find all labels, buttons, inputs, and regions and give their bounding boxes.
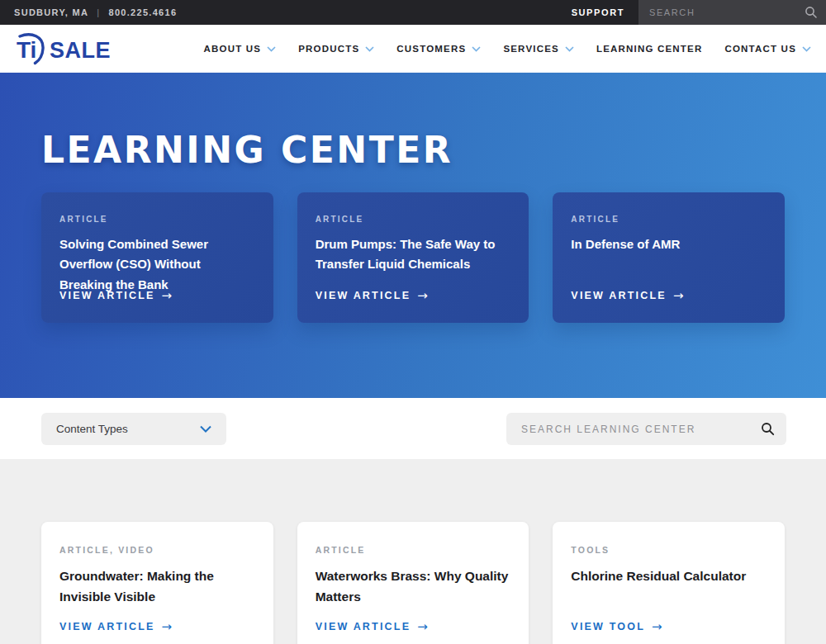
nav-label: CONTACT US — [724, 44, 796, 54]
cta-label: VIEW ARTICLE — [59, 621, 155, 632]
nav-item-contact-us[interactable]: CONTACT US — [724, 44, 811, 54]
view-article-link[interactable]: VIEW ARTICLE → — [316, 619, 430, 634]
hero-section: LEARNING CENTER ARTICLE Solving Combined… — [0, 73, 826, 398]
ti-sales-logo[interactable]: Ti SALES — [10, 31, 111, 66]
view-article-link[interactable]: VIEW ARTICLE → — [59, 288, 173, 303]
result-cards: ARTICLE, VIDEO Groundwater: Making the I… — [41, 522, 785, 644]
card-title: Solving Combined Sewer Overflow (CSO) Wi… — [59, 234, 255, 295]
view-article-link[interactable]: VIEW ARTICLE → — [59, 619, 173, 634]
cta-label: VIEW ARTICLE — [59, 290, 155, 301]
nav-label: LEARNING CENTER — [596, 44, 703, 54]
nav-item-about-us[interactable]: ABOUT US — [204, 44, 277, 54]
result-card-waterworks-brass[interactable]: ARTICLE Waterworks Brass: Why Quality Ma… — [297, 522, 529, 644]
card-title: Groundwater: Making the Invisible Visibl… — [59, 566, 255, 607]
top-utility-bar: SUDBURY, MA | 800.225.4616 SUPPORT — [0, 0, 826, 25]
chevron-down-icon — [200, 425, 211, 433]
result-card-chlorine-calculator[interactable]: TOOLS Chlorine Residual Calculator VIEW … — [553, 522, 785, 644]
featured-cards: ARTICLE Solving Combined Sewer Overflow … — [41, 192, 785, 323]
result-card-groundwater[interactable]: ARTICLE, VIDEO Groundwater: Making the I… — [41, 522, 273, 644]
view-tool-link[interactable]: VIEW TOOL → — [571, 619, 664, 634]
nav-item-learning-center[interactable]: LEARNING CENTER — [596, 44, 703, 54]
nav-item-customers[interactable]: CUSTOMERS — [396, 44, 481, 54]
search-icon — [761, 422, 775, 436]
separator: | — [97, 7, 100, 17]
learning-center-search-input[interactable] — [506, 424, 756, 435]
card-title: In Defense of AMR — [571, 234, 767, 254]
nav-menu: ABOUT US PRODUCTS CUSTOMERS SERVICES LEA… — [204, 44, 812, 54]
search-submit-button[interactable] — [756, 422, 786, 436]
chevron-down-icon — [472, 46, 481, 52]
chevron-down-icon — [565, 46, 574, 52]
nav-label: CUSTOMERS — [396, 44, 466, 54]
chevron-down-icon — [365, 46, 374, 52]
search-icon[interactable] — [805, 6, 818, 19]
contact-info: SUDBURY, MA | 800.225.4616 — [0, 7, 177, 17]
featured-card-drum-pumps[interactable]: ARTICLE Drum Pumps: The Safe Way to Tran… — [297, 192, 529, 323]
site-search — [638, 0, 826, 25]
cta-label: VIEW ARTICLE — [571, 290, 667, 301]
featured-card-amr[interactable]: ARTICLE In Defense of AMR VIEW ARTICLE → — [553, 192, 785, 323]
logo-ti-text: Ti — [17, 37, 36, 63]
content-types-label: Content Types — [56, 423, 128, 435]
nav-label: SERVICES — [503, 44, 559, 54]
location-text: SUDBURY, MA — [14, 7, 88, 17]
arrow-right-icon: → — [673, 288, 686, 303]
nav-label: ABOUT US — [204, 44, 262, 54]
card-tag: ARTICLE — [316, 545, 511, 555]
chevron-down-icon — [267, 46, 276, 52]
cta-label: VIEW ARTICLE — [316, 290, 411, 301]
results-section: ARTICLE, VIDEO Groundwater: Making the I… — [0, 459, 826, 644]
learning-center-search — [506, 413, 786, 445]
arrow-right-icon: → — [652, 619, 664, 634]
site-search-input[interactable] — [638, 7, 787, 17]
learning-center-page: SUDBURY, MA | 800.225.4616 SUPPORT Ti SA… — [0, 0, 826, 644]
featured-card-cso[interactable]: ARTICLE Solving Combined Sewer Overflow … — [41, 192, 273, 323]
logo-sales-text: SALES — [50, 38, 111, 63]
card-tag: TOOLS — [571, 545, 767, 555]
nav-item-services[interactable]: SERVICES — [503, 44, 574, 54]
card-title: Drum Pumps: The Safe Way to Transfer Liq… — [316, 234, 511, 275]
topbar-right: SUPPORT — [572, 0, 826, 25]
arrow-right-icon: → — [162, 288, 174, 303]
nav-label: PRODUCTS — [298, 44, 359, 54]
view-article-link[interactable]: VIEW ARTICLE → — [316, 288, 430, 303]
card-tag: ARTICLE — [316, 215, 511, 224]
card-tag: ARTICLE — [571, 215, 767, 224]
card-title: Chlorine Residual Calculator — [571, 566, 767, 586]
card-title: Waterworks Brass: Why Quality Matters — [316, 566, 511, 607]
filter-bar: Content Types — [0, 398, 826, 459]
cta-label: VIEW ARTICLE — [316, 621, 411, 632]
main-navbar: Ti SALES ABOUT US PRODUCTS CUSTOMERS SER… — [0, 25, 826, 73]
nav-item-products[interactable]: PRODUCTS — [298, 44, 374, 54]
cta-label: VIEW TOOL — [571, 621, 645, 632]
card-tag: ARTICLE — [59, 215, 255, 224]
support-link[interactable]: SUPPORT — [572, 7, 624, 17]
chevron-down-icon — [802, 46, 811, 52]
content-types-dropdown[interactable]: Content Types — [41, 413, 226, 445]
card-tag: ARTICLE, VIDEO — [59, 545, 255, 555]
view-article-link[interactable]: VIEW ARTICLE → — [571, 288, 685, 303]
arrow-right-icon: → — [162, 619, 174, 634]
page-title: LEARNING CENTER — [41, 129, 453, 171]
arrow-right-icon: → — [417, 288, 430, 303]
phone-number[interactable]: 800.225.4616 — [108, 7, 177, 17]
arrow-right-icon: → — [417, 619, 430, 634]
